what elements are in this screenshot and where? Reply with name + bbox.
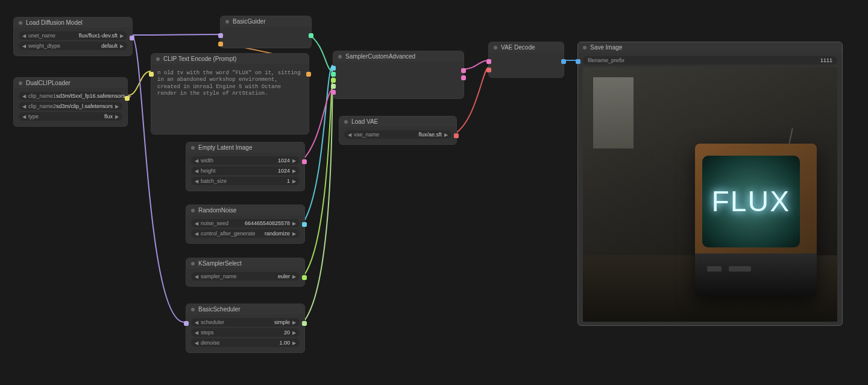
- collapse-dot-icon[interactable]: [191, 146, 195, 150]
- widget-height[interactable]: ◀ height 1024 ▶: [191, 167, 300, 175]
- widget-clip-type[interactable]: ◀ type flux ▶: [19, 112, 122, 121]
- widget-weight-dtype[interactable]: ◀ weight_dtype default ▶: [19, 42, 127, 50]
- chevron-left-icon[interactable]: ◀: [21, 94, 27, 99]
- port-vae-out[interactable]: [454, 133, 459, 138]
- port-latent-out[interactable]: [302, 159, 307, 164]
- chevron-left-icon[interactable]: ◀: [193, 221, 200, 226]
- node-basic-guider[interactable]: BasicGuider: [220, 16, 312, 48]
- port-clip-in[interactable]: [149, 72, 154, 77]
- port-guider-in[interactable]: [331, 72, 336, 77]
- widget-denoise[interactable]: ◀ denoise 1.00 ▶: [191, 339, 300, 347]
- collapse-dot-icon[interactable]: [225, 20, 229, 24]
- node-basic-scheduler[interactable]: BasicScheduler ◀ scheduler simple ▶ ◀ st…: [186, 304, 305, 353]
- collapse-dot-icon[interactable]: [19, 21, 22, 25]
- collapse-dot-icon[interactable]: [156, 57, 160, 61]
- node-header[interactable]: SamplerCustomAdvanced: [333, 51, 464, 62]
- widget-noise-seed[interactable]: ◀ noise_seed 664465540825578 ▶: [191, 219, 300, 228]
- port-sampler-in[interactable]: [331, 78, 336, 83]
- port-sigmas-out[interactable]: [302, 321, 307, 326]
- node-sampler-custom-advanced[interactable]: SamplerCustomAdvanced: [333, 51, 464, 99]
- chevron-right-icon[interactable]: ▶: [291, 320, 297, 325]
- port-images-in[interactable]: [576, 59, 580, 64]
- chevron-right-icon[interactable]: ▶: [114, 114, 120, 119]
- port-sigmas-in[interactable]: [331, 84, 336, 89]
- chevron-left-icon[interactable]: ◀: [21, 43, 27, 49]
- widget-control-after-generate[interactable]: ◀ control_after_generate randomize ▶: [191, 229, 300, 238]
- port-noise-out[interactable]: [302, 222, 307, 227]
- node-header[interactable]: RandomNoise: [186, 205, 304, 215]
- chevron-left-icon[interactable]: ◀: [193, 231, 200, 237]
- chevron-left-icon[interactable]: ◀: [347, 132, 353, 138]
- collapse-dot-icon[interactable]: [338, 55, 342, 59]
- chevron-left-icon[interactable]: ◀: [193, 158, 200, 164]
- port-denoised-out[interactable]: [461, 75, 466, 80]
- chevron-left-icon[interactable]: ◀: [193, 179, 200, 184]
- widget-filename-prefix[interactable]: filename_prefix 1111: [583, 56, 837, 65]
- node-header[interactable]: KSamplerSelect: [186, 258, 304, 269]
- widget-scheduler[interactable]: ◀ scheduler simple ▶: [191, 318, 300, 326]
- chevron-right-icon[interactable]: ▶: [291, 330, 297, 336]
- port-conditioning-in[interactable]: [218, 42, 223, 46]
- collapse-dot-icon[interactable]: [191, 308, 195, 311]
- port-latent-in[interactable]: [331, 90, 336, 95]
- node-header[interactable]: Load VAE: [339, 116, 456, 127]
- node-header[interactable]: VAE Decode: [489, 42, 564, 52]
- widget-sampler-name[interactable]: ◀ sampler_name euler ▶: [191, 272, 300, 281]
- chevron-right-icon[interactable]: ▶: [291, 158, 297, 164]
- chevron-right-icon[interactable]: ▶: [291, 221, 297, 226]
- port-vae-in[interactable]: [486, 68, 491, 72]
- collapse-dot-icon[interactable]: [19, 81, 22, 85]
- node-header[interactable]: Load Diffusion Model: [14, 18, 132, 28]
- chevron-left-icon[interactable]: ◀: [193, 274, 200, 279]
- port-image-out[interactable]: [561, 59, 566, 64]
- node-vae-decode[interactable]: VAE Decode: [488, 42, 564, 78]
- chevron-right-icon[interactable]: ▶: [443, 132, 449, 138]
- node-load-vae[interactable]: Load VAE ◀ vae_name flux/ae.sft ▶: [339, 116, 457, 145]
- chevron-right-icon[interactable]: ▶: [119, 43, 125, 49]
- collapse-dot-icon[interactable]: [583, 46, 587, 49]
- output-image-preview[interactable]: FLUX: [583, 67, 837, 322]
- collapse-dot-icon[interactable]: [494, 46, 497, 49]
- chevron-left-icon[interactable]: ◀: [193, 168, 200, 174]
- widget-vae-name[interactable]: ◀ vae_name flux/ae.sft ▶: [344, 130, 451, 139]
- chevron-right-icon[interactable]: ▶: [291, 179, 297, 184]
- port-model-out[interactable]: [130, 36, 134, 40]
- port-noise-in[interactable]: [331, 66, 336, 71]
- collapse-dot-icon[interactable]: [344, 120, 348, 124]
- chevron-right-icon[interactable]: ▶: [119, 33, 125, 39]
- port-sampler-out[interactable]: [302, 275, 307, 280]
- widget-clip-name2[interactable]: ◀ clip_name2 sd3m/clip_l.safetensors ▶: [19, 102, 122, 110]
- collapse-dot-icon[interactable]: [191, 209, 195, 212]
- node-random-noise[interactable]: RandomNoise ◀ noise_seed 664465540825578…: [186, 205, 305, 244]
- node-clip-text-encode[interactable]: CLIP Text Encode (Prompt) n old tv with …: [151, 53, 309, 135]
- chevron-left-icon[interactable]: ◀: [193, 320, 200, 325]
- chevron-right-icon[interactable]: ▶: [114, 104, 120, 109]
- chevron-left-icon[interactable]: ◀: [21, 114, 27, 119]
- chevron-left-icon[interactable]: ◀: [21, 33, 27, 39]
- port-model-in[interactable]: [218, 33, 223, 38]
- prompt-textarea[interactable]: n old tv with the word "FLUX" on it, sit…: [156, 68, 304, 100]
- chevron-right-icon[interactable]: ▶: [291, 168, 297, 174]
- node-header[interactable]: DualCLIPLoader: [14, 78, 127, 88]
- port-output-out[interactable]: [461, 68, 466, 73]
- chevron-left-icon[interactable]: ◀: [21, 104, 27, 109]
- port-guider-out[interactable]: [309, 33, 313, 38]
- chevron-right-icon[interactable]: ▶: [291, 274, 297, 279]
- node-load-diffusion-model[interactable]: Load Diffusion Model ◀ unet_name flux/fl…: [13, 17, 133, 56]
- node-header[interactable]: Empty Latent Image: [186, 142, 304, 153]
- port-conditioning-out[interactable]: [306, 72, 311, 77]
- chevron-left-icon[interactable]: ◀: [193, 330, 200, 336]
- node-header[interactable]: BasicGuider: [221, 16, 311, 27]
- widget-unet-name[interactable]: ◀ unet_name flux/flux1-dev.sft ▶: [19, 31, 127, 40]
- port-clip-out[interactable]: [125, 96, 130, 101]
- port-samples-in[interactable]: [486, 59, 491, 64]
- node-header[interactable]: CLIP Text Encode (Prompt): [151, 54, 309, 64]
- port-model-in[interactable]: [184, 321, 189, 326]
- node-header[interactable]: Save Image: [578, 42, 842, 52]
- node-empty-latent-image[interactable]: Empty Latent Image ◀ width 1024 ▶ ◀ heig…: [186, 142, 305, 191]
- widget-batch-size[interactable]: ◀ batch_size 1 ▶: [191, 177, 300, 185]
- node-save-image[interactable]: Save Image filename_prefix 1111 FLUX: [577, 42, 843, 326]
- widget-clip-name1[interactable]: ◀ clip_name1 sd3m/t5xxl_fp16.safetensors…: [19, 92, 122, 100]
- node-ksampler-select[interactable]: KSamplerSelect ◀ sampler_name euler ▶: [186, 258, 305, 287]
- chevron-right-icon[interactable]: ▶: [291, 340, 297, 346]
